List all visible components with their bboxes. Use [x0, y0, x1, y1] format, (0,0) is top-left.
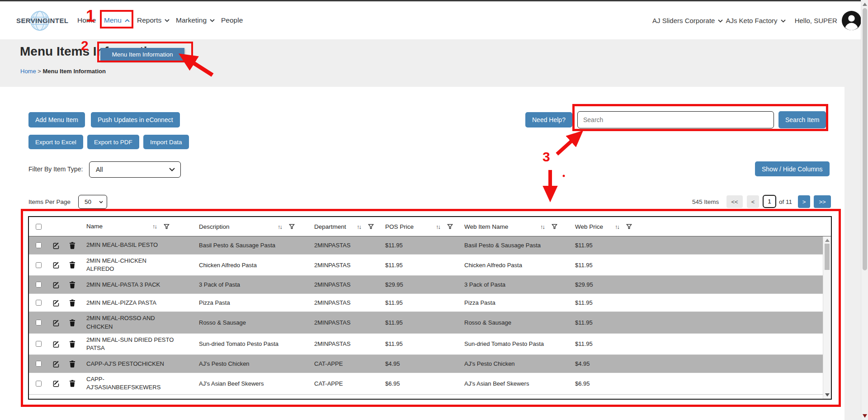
- delete-button[interactable]: [64, 319, 80, 326]
- filter-icon[interactable]: [368, 224, 374, 229]
- table-row: CAPP-AJ'S PESTOCHICKEN AJ's Pesto Chicke…: [29, 355, 831, 373]
- row-checkbox[interactable]: [36, 341, 42, 347]
- item-type-select[interactable]: All: [89, 161, 181, 178]
- filter-icon[interactable]: [552, 224, 557, 229]
- item-pos-price: $11.95: [379, 340, 458, 347]
- page-scrollbar-thumb[interactable]: [863, 8, 867, 270]
- sort-icon[interactable]: ↑↓: [436, 223, 440, 230]
- select-all-checkbox[interactable]: [36, 224, 42, 230]
- edit-button[interactable]: [48, 380, 64, 387]
- avatar-icon[interactable]: [842, 11, 861, 30]
- edit-button[interactable]: [48, 242, 64, 249]
- first-page-button[interactable]: <<: [726, 195, 743, 208]
- menu-dropdown-item[interactable]: Menu Item Information: [100, 48, 184, 61]
- item-name: 2MIN MEAL-PASTA 3 PACK: [80, 278, 193, 291]
- edit-button[interactable]: [48, 261, 64, 269]
- delete-button[interactable]: [64, 261, 80, 269]
- table-scrollbar-thumb[interactable]: [825, 244, 830, 270]
- chevron-down-icon: [99, 201, 103, 203]
- delete-button[interactable]: [64, 360, 80, 368]
- sort-icon[interactable]: ↑↓: [540, 223, 544, 230]
- store-selector[interactable]: AJs Keto Factory: [726, 17, 788, 24]
- corporate-name: AJ Sliders Corporate: [652, 17, 715, 24]
- export-excel-button[interactable]: Export to Excel: [28, 135, 83, 149]
- trash-icon: [69, 299, 75, 307]
- scroll-down-icon[interactable]: [863, 414, 867, 418]
- item-description: Pizza Pasta: [193, 299, 308, 306]
- nav-item-menu[interactable]: Menu: [104, 1, 130, 39]
- item-web-name: Sun-dried Tomato Pesto Pasta: [458, 340, 569, 347]
- row-checkbox[interactable]: [36, 361, 42, 367]
- item-web-name: Basil Pesto & Sausage Pasta: [458, 242, 569, 249]
- delete-button[interactable]: [64, 299, 80, 307]
- push-updates-button[interactable]: Push Updates in eConnect: [91, 112, 180, 127]
- chevron-down-icon: [210, 19, 215, 22]
- edit-button[interactable]: [48, 319, 64, 326]
- sort-icon[interactable]: ↑↓: [615, 223, 619, 230]
- nav-item-reports[interactable]: Reports: [137, 1, 170, 39]
- item-pos-price: $29.95: [379, 281, 458, 288]
- breadcrumb-home-link[interactable]: Home: [20, 68, 36, 75]
- item-department: CAT-APPE: [308, 380, 379, 387]
- add-menu-item-button[interactable]: Add Menu Item: [28, 112, 85, 127]
- user-greeting: Hello, SUPER: [795, 17, 837, 24]
- delete-button[interactable]: [64, 380, 80, 387]
- row-checkbox[interactable]: [36, 262, 42, 268]
- nav-menu-label: Menu: [104, 16, 122, 24]
- search-input[interactable]: [577, 111, 774, 128]
- row-checkbox[interactable]: [36, 320, 42, 326]
- filter-icon[interactable]: [447, 224, 453, 229]
- delete-button[interactable]: [64, 281, 80, 288]
- filter-icon[interactable]: [289, 224, 295, 229]
- current-page-input[interactable]: [763, 195, 776, 208]
- filter-icon[interactable]: [626, 224, 632, 229]
- edit-icon: [52, 380, 60, 387]
- corporate-selector[interactable]: AJ Sliders Corporate: [652, 17, 726, 24]
- filter-icon[interactable]: [164, 224, 170, 229]
- app-logo[interactable]: SERVINGINTEL: [16, 1, 68, 39]
- column-header-name: Name: [86, 222, 103, 231]
- column-header-web-price: Web Price: [575, 223, 603, 230]
- item-pos-price: $11.95: [379, 319, 458, 326]
- sort-icon[interactable]: ↑↓: [278, 223, 282, 230]
- delete-button[interactable]: [64, 340, 80, 348]
- row-checkbox[interactable]: [36, 300, 42, 306]
- previous-page-button[interactable]: <: [747, 195, 759, 208]
- item-department: 2MINPASTAS: [308, 281, 379, 288]
- row-checkbox[interactable]: [36, 381, 42, 387]
- row-checkbox[interactable]: [36, 282, 42, 288]
- nav-item-marketing[interactable]: Marketing: [176, 1, 215, 39]
- table-row: 2MIN MEAL-ROSSO AND CHICKEN Rosso & Saus…: [29, 312, 831, 333]
- edit-button[interactable]: [48, 360, 64, 368]
- scroll-up-icon[interactable]: [863, 3, 867, 6]
- scroll-up-icon[interactable]: [825, 239, 830, 242]
- item-name: 2MIN MEAL-PIZZA PASTA: [80, 297, 193, 309]
- scroll-down-icon[interactable]: [825, 393, 830, 396]
- search-item-button[interactable]: Search Item: [778, 111, 826, 128]
- nav-item-people[interactable]: People: [221, 1, 243, 39]
- sort-icon[interactable]: ↑↓: [152, 222, 156, 231]
- nav-people-label: People: [221, 16, 243, 24]
- delete-button[interactable]: [64, 242, 80, 249]
- row-checkbox[interactable]: [36, 242, 42, 248]
- need-help-button[interactable]: Need Help?: [525, 112, 572, 127]
- next-page-button[interactable]: >: [798, 195, 810, 208]
- last-page-button[interactable]: >>: [814, 195, 831, 208]
- page-scrollbar[interactable]: [861, 0, 868, 420]
- items-per-page-select[interactable]: 50: [78, 195, 107, 209]
- trash-icon: [69, 261, 75, 269]
- export-pdf-button[interactable]: Export to PDF: [87, 135, 139, 149]
- edit-icon: [52, 299, 60, 307]
- edit-button[interactable]: [48, 281, 64, 288]
- edit-button[interactable]: [48, 340, 64, 348]
- item-department: 2MINPASTAS: [308, 340, 379, 347]
- table-row: 2MIN MEAL-PASTA 3 PACK 3 Pack of Pasta 2…: [29, 276, 831, 294]
- table-row: 2MIN MEAL-PIZZA PASTA Pizza Pasta 2MINPA…: [29, 294, 831, 312]
- edit-button[interactable]: [48, 299, 64, 307]
- sort-icon[interactable]: ↑↓: [357, 223, 361, 230]
- table-scrollbar[interactable]: [823, 236, 831, 399]
- show-hide-columns-button[interactable]: Show / Hide Columns: [755, 161, 830, 176]
- import-data-button[interactable]: Import Data: [143, 135, 189, 149]
- item-name: CAPP-AJ'SASIANBEEFSKEWERS: [80, 373, 193, 394]
- table-row: 2MIN MEAL-CHICKEN ALFREDO Chicken Alfred…: [29, 255, 831, 276]
